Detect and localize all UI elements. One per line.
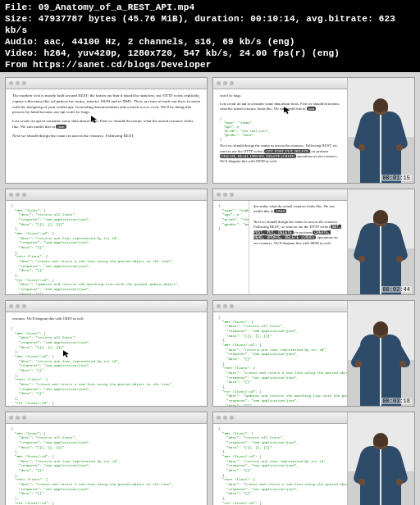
timestamp: 00:03:18: [381, 398, 412, 404]
window-chrome: [6, 301, 207, 312]
timestamp: 00:02:44: [381, 286, 412, 293]
meta-audio: Audio: aac, 44100 Hz, 2 channels, s16, 6…: [5, 36, 415, 48]
kw-crud: CREATE, READ, UPDATE, DELETE (CRUD): [220, 154, 296, 158]
doc-para-rest: Next we should design the routes to acce…: [220, 143, 344, 164]
presenter-box: [347, 78, 414, 183]
meta-filename: File: 09_Anatomy_of_a_REST_API.mp4: [5, 2, 415, 13]
thumb-5: resource. We'll diagram this with JSON a…: [5, 300, 208, 407]
window-chrome: [6, 412, 207, 424]
presenter-person: [355, 431, 406, 505]
window-chrome: [6, 78, 207, 89]
thumb-3: { "GET /lions": { "desc": "returns all l…: [5, 189, 208, 295]
thumb-8: { "GET /lions": { "desc": "returns all l…: [212, 412, 415, 505]
presenter-box: [347, 301, 414, 406]
code-model-json: { "name": "Simba", "age": 3, "pride": "t…: [220, 116, 344, 144]
kw-json: json: [56, 125, 66, 129]
code-routes-json: { "GET /lions": { "desc": "returns all l…: [6, 201, 207, 294]
thumb-7: { "GET /lions": { "desc": "returns all l…: [5, 412, 208, 505]
meta-video: Video: h264, yuv420p, 1280x720, 547 kb/s…: [5, 48, 415, 59]
kw-json: json: [307, 107, 317, 111]
presenter-person: [355, 208, 406, 294]
presenter-box: [347, 189, 414, 294]
doc-para-rest: Next we should design the routes to acce…: [253, 220, 343, 246]
doc-para-model: Lets create an api to consume some data …: [220, 102, 344, 111]
doc-pane: The modern web is mostly built around RE…: [6, 89, 207, 183]
doc-para-model: Lets create an api to consume some data …: [12, 119, 200, 130]
kw-json: json: [274, 209, 286, 213]
window-chrome: [6, 189, 207, 201]
presenter-person: [355, 320, 406, 406]
doc-pane-right: determine what the actual resource looks…: [249, 201, 347, 294]
thumb-1: The modern web is mostly built around RE…: [5, 77, 208, 184]
code-routes-json: { "GET /lions": { "desc": "returns all l…: [6, 424, 207, 505]
meta-source: From https://sanet.cd/blogs/Developer: [5, 59, 415, 71]
doc-para: determine what the actual resource looks…: [253, 204, 343, 215]
doc-para-tail: won't be huge.: [220, 93, 344, 98]
thumbnail-grid: The modern web is mostly built around RE…: [0, 72, 420, 505]
kw-verbs: GET, POST, PUT, DELETE: [264, 149, 310, 153]
thumb-2: won't be huge. Lets create an api to con…: [212, 77, 415, 184]
doc-para-tail2: resource. We'll diagram this with JSON a…: [12, 316, 200, 321]
doc-para-routes: Next we should design the routes to acce…: [12, 134, 200, 139]
code-routes-json: { "GET /lions": { "desc": "returns all l…: [6, 324, 207, 406]
timestamp: 00:01:15: [381, 175, 412, 181]
code-model-json: { "name": "Simba", "age": 3, "pride": "t…: [213, 201, 249, 294]
meta-size: Size: 47937787 bytes (45.76 MiB), durati…: [5, 13, 415, 36]
file-meta-header: File: 09_Anatomy_of_a_REST_API.mp4 Size:…: [0, 0, 420, 72]
presenter-person: [355, 97, 406, 183]
thumb-4: { "name": "Simba", "age": 3, "pride": "t…: [212, 189, 415, 295]
thumb-6: { "GET /lions": { "desc": "returns all l…: [212, 300, 415, 407]
presenter-box: [347, 412, 414, 505]
doc-para-intro: The modern web is mostly built around RE…: [12, 93, 200, 116]
